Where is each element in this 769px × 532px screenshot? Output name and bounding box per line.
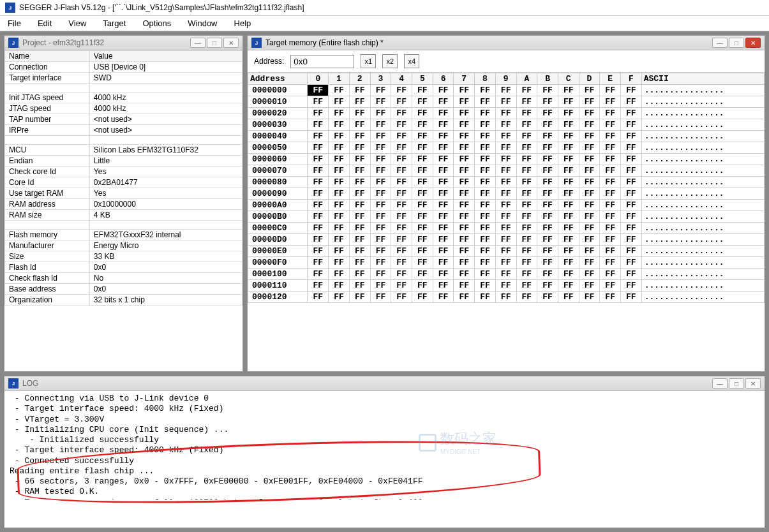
byte-cell[interactable]: FF [495, 269, 516, 280]
byte-cell[interactable]: FF [621, 211, 642, 223]
byte-cell[interactable]: FF [537, 188, 558, 200]
byte-cell[interactable]: FF [579, 177, 600, 188]
byte-cell[interactable]: FF [600, 223, 621, 234]
byte-cell[interactable]: FF [516, 257, 537, 269]
byte-cell[interactable]: FF [412, 292, 433, 303]
byte-cell[interactable]: FF [412, 257, 433, 269]
table-row[interactable]: JTAG speed4000 kHz [5, 103, 243, 114]
byte-cell[interactable]: FF [349, 223, 370, 234]
byte-cell[interactable]: FF [308, 223, 329, 234]
byte-cell[interactable]: FF [475, 96, 496, 108]
memory-row[interactable]: 0000070FFFFFFFFFFFFFFFFFFFFFFFFFFFFFFFF.… [248, 165, 765, 177]
byte-cell[interactable]: FF [370, 108, 391, 119]
byte-cell[interactable]: FF [433, 292, 454, 303]
byte-cell[interactable]: FF [433, 142, 454, 154]
byte-cell[interactable]: FF [370, 85, 391, 96]
byte-cell[interactable]: FF [370, 142, 391, 154]
byte-cell[interactable]: FF [579, 211, 600, 223]
byte-cell[interactable]: FF [329, 211, 350, 223]
memory-row[interactable]: 0000030FFFFFFFFFFFFFFFFFFFFFFFFFFFFFFFF.… [248, 119, 765, 131]
byte-cell[interactable]: FF [537, 165, 558, 177]
byte-cell[interactable]: FF [308, 165, 329, 177]
byte-cell[interactable]: FF [349, 96, 370, 108]
byte-cell[interactable]: FF [475, 234, 496, 246]
byte-cell[interactable]: FF [370, 234, 391, 246]
memory-row[interactable]: 00000F0FFFFFFFFFFFFFFFFFFFFFFFFFFFFFFFF.… [248, 257, 765, 269]
byte-cell[interactable]: FF [391, 246, 412, 257]
memory-row[interactable]: 0000040FFFFFFFFFFFFFFFFFFFFFFFFFFFFFFFF.… [248, 131, 765, 142]
byte-cell[interactable]: FF [495, 96, 516, 108]
byte-cell[interactable]: FF [558, 119, 579, 131]
memory-row[interactable]: 0000110FFFFFFFFFFFFFFFFFFFFFFFFFFFFFFFF.… [248, 280, 765, 292]
byte-cell[interactable]: FF [516, 131, 537, 142]
byte-cell[interactable]: FF [579, 292, 600, 303]
menu-options[interactable]: Options [140, 17, 174, 29]
table-row[interactable]: RAM size4 KB [5, 210, 243, 221]
byte-cell[interactable]: FF [370, 211, 391, 223]
byte-cell[interactable]: FF [579, 142, 600, 154]
byte-cell[interactable]: FF [621, 223, 642, 234]
byte-cell[interactable]: FF [329, 165, 350, 177]
byte-cell[interactable]: FF [621, 108, 642, 119]
byte-cell[interactable]: FF [537, 223, 558, 234]
byte-cell[interactable]: FF [329, 108, 350, 119]
maximize-button[interactable]: □ [207, 38, 222, 48]
byte-cell[interactable]: FF [308, 108, 329, 119]
byte-cell[interactable]: FF [370, 119, 391, 131]
byte-cell[interactable]: FF [308, 188, 329, 200]
byte-cell[interactable]: FF [516, 200, 537, 211]
memory-row[interactable]: 0000020FFFFFFFFFFFFFFFFFFFFFFFFFFFFFFFF.… [248, 108, 765, 119]
table-row[interactable]: Check flash IdNo [5, 273, 243, 284]
byte-cell[interactable]: FF [537, 131, 558, 142]
byte-cell[interactable]: FF [558, 131, 579, 142]
memory-row[interactable]: 0000100FFFFFFFFFFFFFFFFFFFFFFFFFFFFFFFF.… [248, 269, 765, 280]
table-row[interactable]: Check core IdYes [5, 166, 243, 177]
byte-cell[interactable]: FF [495, 211, 516, 223]
byte-cell[interactable]: FF [495, 188, 516, 200]
byte-cell[interactable]: FF [412, 131, 433, 142]
memory-row[interactable]: 00000E0FFFFFFFFFFFFFFFFFFFFFFFFFFFFFFFF.… [248, 246, 765, 257]
byte-cell[interactable]: FF [475, 165, 496, 177]
byte-cell[interactable]: FF [537, 246, 558, 257]
byte-cell[interactable]: FF [558, 292, 579, 303]
byte-cell[interactable]: FF [370, 280, 391, 292]
byte-cell[interactable]: FF [391, 85, 412, 96]
byte-cell[interactable]: FF [433, 257, 454, 269]
table-row[interactable]: RAM address0x10000000 [5, 199, 243, 210]
col-name[interactable]: Name [5, 51, 90, 62]
byte-cell[interactable]: FF [433, 223, 454, 234]
memory-row[interactable]: 00000A0FFFFFFFFFFFFFFFFFFFFFFFFFFFFFFFF.… [248, 200, 765, 211]
byte-cell[interactable]: FF [621, 246, 642, 257]
byte-cell[interactable]: FF [621, 280, 642, 292]
byte-cell[interactable]: FF [475, 188, 496, 200]
byte-cell[interactable]: FF [495, 85, 516, 96]
byte-cell[interactable]: FF [329, 280, 350, 292]
byte-cell[interactable]: FF [433, 154, 454, 165]
byte-cell[interactable]: FF [329, 234, 350, 246]
byte-cell[interactable]: FF [558, 142, 579, 154]
byte-cell[interactable]: FF [579, 108, 600, 119]
byte-cell[interactable]: FF [412, 177, 433, 188]
byte-cell[interactable]: FF [329, 154, 350, 165]
byte-cell[interactable]: FF [516, 211, 537, 223]
col-value[interactable]: Value [89, 51, 242, 62]
byte-cell[interactable]: FF [516, 165, 537, 177]
byte-cell[interactable]: FF [495, 223, 516, 234]
byte-cell[interactable]: FF [516, 154, 537, 165]
byte-cell[interactable]: FF [475, 131, 496, 142]
byte-cell[interactable]: FF [475, 257, 496, 269]
byte-cell[interactable]: FF [600, 96, 621, 108]
memory-row[interactable]: 0000090FFFFFFFFFFFFFFFFFFFFFFFFFFFFFFFF.… [248, 188, 765, 200]
byte-cell[interactable]: FF [308, 200, 329, 211]
byte-cell[interactable]: FF [454, 108, 475, 119]
byte-cell[interactable]: FF [454, 85, 475, 96]
byte-cell[interactable]: FF [454, 269, 475, 280]
byte-cell[interactable]: FF [516, 85, 537, 96]
memory-row[interactable]: 0000080FFFFFFFFFFFFFFFFFFFFFFFFFFFFFFFF.… [248, 177, 765, 188]
byte-cell[interactable]: FF [349, 269, 370, 280]
maximize-button[interactable]: □ [729, 38, 744, 48]
size-x2-button[interactable]: x2 [382, 54, 398, 68]
byte-cell[interactable]: FF [308, 119, 329, 131]
byte-cell[interactable]: FF [433, 108, 454, 119]
byte-cell[interactable]: FF [600, 211, 621, 223]
